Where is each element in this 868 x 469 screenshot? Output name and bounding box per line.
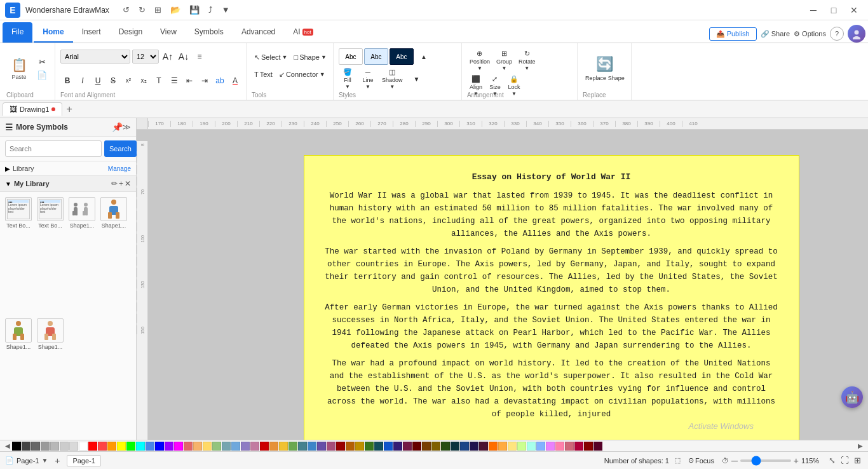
ai-assistant-bubble[interactable]: 🤖 — [841, 386, 863, 408]
new-btn[interactable]: ⊞ — [151, 4, 165, 16]
add-page-btn[interactable]: + — [50, 454, 64, 468]
user-avatar[interactable] — [848, 25, 865, 43]
color-swatch[interactable] — [22, 442, 31, 451]
color-swatch[interactable] — [422, 442, 431, 451]
color-swatch[interactable] — [288, 442, 297, 451]
style-swatch-1[interactable]: Abc — [339, 48, 363, 65]
color-swatch[interactable] — [79, 442, 88, 451]
font-size-select[interactable]: 8101214161824 — [132, 50, 159, 64]
add-doc-tab-btn[interactable]: + — [64, 104, 74, 115]
color-swatch[interactable] — [574, 442, 583, 451]
list-item[interactable]: Shape1... — [36, 317, 65, 436]
color-swatch[interactable] — [193, 442, 202, 451]
color-swatch[interactable] — [98, 442, 107, 451]
color-swatch[interactable] — [117, 442, 126, 451]
library-row[interactable]: ▶ Library Manage — [0, 161, 136, 176]
font-family-select[interactable]: Arial Times New Roman Calibri — [60, 50, 130, 64]
my-library-close-btn[interactable]: ✕ — [125, 179, 131, 188]
cut-btn[interactable]: ✂ — [33, 56, 51, 68]
color-swatch[interactable] — [374, 442, 383, 451]
search-input[interactable] — [5, 140, 102, 157]
connector-btn[interactable]: ↙ Connector ▼ — [276, 67, 328, 82]
color-swatch[interactable] — [174, 442, 183, 451]
color-swatch[interactable] — [269, 442, 278, 451]
share-btn[interactable]: 🔗 Share — [761, 30, 790, 38]
style-swatch-3[interactable]: Abc — [390, 48, 414, 65]
maximize-btn[interactable]: □ — [825, 3, 843, 17]
color-swatch[interactable] — [555, 442, 564, 451]
bullet-btn[interactable]: ☰ — [167, 74, 181, 88]
color-swatch[interactable] — [41, 442, 50, 451]
minimize-btn[interactable]: ─ — [804, 3, 822, 17]
color-swatch[interactable] — [279, 442, 288, 451]
list-item[interactable]: Shape1... — [67, 196, 97, 315]
color-swatch[interactable] — [565, 442, 574, 451]
copy-btn[interactable]: 📄 — [33, 69, 51, 81]
color-swatch[interactable] — [50, 442, 59, 451]
strikethrough-btn[interactable]: S — [106, 74, 120, 88]
select-btn[interactable]: ↖ Select ▼ — [252, 50, 290, 65]
tab-design[interactable]: Design — [110, 22, 151, 43]
color-swatch[interactable] — [451, 442, 459, 451]
superscript-btn[interactable]: x² — [121, 74, 135, 88]
rotate-btn[interactable]: ↻ Rotate ▼ — [516, 48, 538, 72]
palette-right-btn[interactable]: ▶ — [857, 442, 864, 449]
color-swatch[interactable] — [441, 442, 450, 451]
bold-btn[interactable]: B — [60, 74, 74, 88]
shape-btn[interactable]: □ Shape ▼ — [292, 50, 329, 65]
replace-shape-btn[interactable]: 🔄 Replace Shape — [583, 46, 627, 92]
doc-tab-drawing1[interactable]: 🖼 Drawing1 — [3, 102, 62, 116]
canvas-scroll-area[interactable]: Essay on History of World War II World W… — [159, 130, 868, 440]
subscript-btn[interactable]: x₂ — [137, 74, 151, 88]
zoom-in-btn[interactable]: + — [794, 456, 799, 466]
color-swatch[interactable] — [346, 442, 355, 451]
style-swatch-2[interactable]: Abc — [364, 48, 388, 65]
close-btn[interactable]: ✕ — [845, 3, 863, 17]
color-swatch[interactable] — [88, 442, 97, 451]
lock-btn[interactable]: 🔒 Lock ▼ — [505, 74, 523, 98]
tab-file[interactable]: File — [3, 22, 32, 43]
color-swatch[interactable] — [536, 442, 545, 451]
group-btn[interactable]: ⊞ Group ▼ — [494, 48, 515, 72]
zoom-slider[interactable] — [740, 459, 791, 462]
sidebar-pin-btn[interactable]: 📌 — [112, 122, 123, 132]
color-swatch[interactable] — [298, 442, 307, 451]
style-scroll-up-btn[interactable]: ▲ — [415, 52, 433, 62]
search-btn[interactable]: Search — [104, 140, 137, 157]
color-swatch[interactable] — [107, 442, 116, 451]
color-swatch[interactable] — [479, 442, 488, 451]
fullscreen-btn[interactable]: ⛶ — [839, 455, 851, 466]
presentation-btn[interactable]: ⊞ — [852, 455, 863, 466]
undo-btn[interactable]: ↺ — [119, 4, 133, 16]
current-page-tab[interactable]: Page-1 — [67, 455, 100, 466]
redo-btn[interactable]: ↻ — [135, 4, 149, 16]
color-swatch[interactable] — [146, 442, 154, 451]
color-swatch[interactable] — [584, 442, 593, 451]
shadow-btn[interactable]: ◫ Shadow ▼ — [379, 67, 405, 91]
color-swatch[interactable] — [308, 442, 316, 451]
tab-ai[interactable]: AI hot — [284, 22, 322, 43]
color-swatch[interactable] — [203, 442, 212, 451]
color-swatch[interactable] — [498, 442, 507, 451]
tab-home[interactable]: Home — [34, 22, 72, 43]
font-size-increase-btn[interactable]: A↑ — [161, 50, 175, 64]
indent-inc-btn[interactable]: ⇥ — [198, 74, 212, 88]
color-swatch[interactable] — [12, 442, 21, 451]
align-btn[interactable]: ≡ — [193, 50, 207, 64]
color-swatch[interactable] — [317, 442, 326, 451]
color-swatch[interactable] — [489, 442, 498, 451]
color-swatch[interactable] — [527, 442, 536, 451]
color-swatch[interactable] — [336, 442, 345, 451]
color-swatch[interactable] — [470, 442, 478, 451]
color-swatch[interactable] — [60, 442, 69, 451]
tab-insert[interactable]: Insert — [73, 22, 110, 43]
color-swatch[interactable] — [546, 442, 555, 451]
color-swatch[interactable] — [365, 442, 374, 451]
font-color-btn[interactable]: A — [228, 74, 242, 88]
color-swatch[interactable] — [184, 442, 193, 451]
line-btn[interactable]: ─ Line ▼ — [359, 67, 377, 91]
font-size-decrease-btn[interactable]: A↓ — [177, 50, 191, 64]
indent-dec-btn[interactable]: ⇤ — [182, 74, 196, 88]
color-swatch[interactable] — [222, 442, 231, 451]
color-swatch[interactable] — [508, 442, 517, 451]
